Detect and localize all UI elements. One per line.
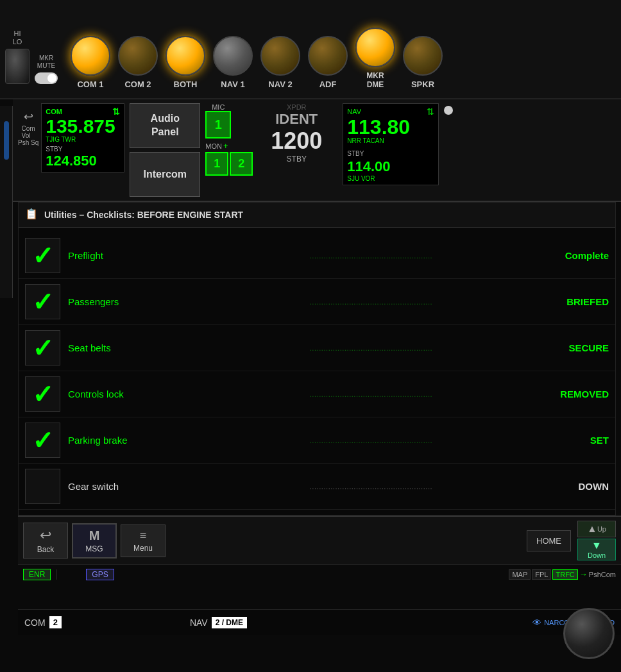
spkr-button[interactable] xyxy=(403,36,443,76)
home-button[interactable]: HOME xyxy=(527,530,571,551)
psh-sq-label: Psh Sq xyxy=(18,139,38,146)
com-vol-label: Com Vol xyxy=(22,125,35,139)
up-button[interactable]: ▲ Up xyxy=(577,521,616,537)
up-arrow-icon: ▲ xyxy=(587,523,597,535)
check-box-1[interactable]: ✓ xyxy=(25,238,60,273)
hi-lo-label: HI LO xyxy=(13,29,22,46)
status-bar: ENR GPS MAP FPL TRFC → PshCom xyxy=(18,564,621,584)
nav-main-freq[interactable]: 113.80 xyxy=(347,117,434,137)
right-status-items: MAP FPL TRFC → PshCom xyxy=(509,569,616,580)
com-label: COM xyxy=(46,108,62,115)
trfc-label[interactable]: TRFC xyxy=(552,569,577,580)
checklist-dots-2: ........................................… xyxy=(310,297,552,307)
checklist-title: Utilities – Checklists: BEFORE ENGINE ST… xyxy=(44,210,243,220)
mon-plus: + xyxy=(223,141,228,151)
scroll-indicator xyxy=(4,121,9,160)
nav-stby-freq[interactable]: 114.00 xyxy=(347,158,434,175)
com-freq-box: COM ⇅ 135.875 TJIG TWR STBY 124.850 xyxy=(41,103,124,172)
check-box-5[interactable]: ✓ xyxy=(25,423,60,458)
com-bottom-section: COM 2 xyxy=(24,616,62,628)
checklist-item-label-3: Seat belts xyxy=(68,342,310,353)
adf-button[interactable] xyxy=(308,36,348,76)
mic-mon-container: MIC 1 MON + 1 2 xyxy=(205,103,253,197)
mon1-button[interactable]: 1 xyxy=(205,152,228,176)
check-box-3[interactable]: ✓ xyxy=(25,330,60,365)
checklist-item[interactable]: ✓ Passengers ...........................… xyxy=(19,279,615,325)
audio-intercom-section: Audio Panel Intercom xyxy=(130,103,200,197)
checklist-item[interactable]: ✓ Seat belts ...........................… xyxy=(19,325,615,371)
checklist-value-6: DOWN xyxy=(551,481,609,492)
checklist-item[interactable]: ✓ Preflight ............................… xyxy=(19,233,615,279)
checklist-item-label-6: Gear switch xyxy=(68,481,310,492)
intercom-button[interactable]: Intercom xyxy=(130,152,200,197)
back-icon: ↩ xyxy=(40,527,51,544)
hi-lo-dial[interactable] xyxy=(5,49,30,84)
down-arrow-icon: ▼ xyxy=(591,540,602,551)
checklist-value-5: SET xyxy=(551,435,609,446)
adf-label: ADF xyxy=(319,80,337,89)
nav2-button-group: NAV 2 xyxy=(260,36,300,89)
check-box-4[interactable]: ✓ xyxy=(25,376,60,412)
audio-panel-button[interactable]: Audio Panel xyxy=(130,103,200,148)
checklist-list: ✓ Preflight ............................… xyxy=(19,228,615,515)
check-mark-4: ✓ xyxy=(32,382,54,407)
com-main-sub-label: TJIG TWR xyxy=(46,136,120,143)
mon-label: MON xyxy=(205,142,222,150)
checklist-item[interactable]: ✓ Parking brake ........................… xyxy=(19,417,615,464)
enr-status: ENR xyxy=(23,569,51,580)
mkr-mute-toggle[interactable] xyxy=(35,72,58,84)
xpdr-code[interactable]: 1200 xyxy=(271,128,322,155)
fpl-label[interactable]: FPL xyxy=(532,569,551,580)
back-arrow-icon: ↩ xyxy=(24,110,33,124)
checklist-title-prefix: Utilities – Checklists: xyxy=(44,210,137,220)
nav-bottom-section: NAV 2 / DME xyxy=(190,617,247,628)
side-scroll xyxy=(0,106,13,298)
adf-button-group: ADF xyxy=(308,36,348,89)
down-button[interactable]: ▼ Down xyxy=(577,539,616,560)
nav-label-top: NAV xyxy=(347,108,361,115)
com2-label: COM 2 xyxy=(124,80,151,89)
checklist-value-2: BRIEFED xyxy=(551,296,609,307)
map-label[interactable]: MAP xyxy=(509,569,531,580)
com-stby-label: STBY xyxy=(46,146,62,153)
com2-button[interactable] xyxy=(118,36,158,76)
checklist-dots-4: ........................................… xyxy=(310,389,552,399)
right-knob[interactable] xyxy=(563,608,615,659)
mic-button[interactable]: 1 xyxy=(205,111,231,139)
up-label: Up xyxy=(597,525,606,533)
mkrdme-button[interactable] xyxy=(355,28,395,67)
check-mark-3: ✓ xyxy=(32,335,54,361)
nav2-button[interactable] xyxy=(260,36,300,76)
checklist-item[interactable]: ✓ Controls lock ........................… xyxy=(19,371,615,417)
back-button[interactable]: ↩ Back xyxy=(23,523,68,559)
com-main-freq[interactable]: 135.875 xyxy=(46,117,120,136)
checklist-item[interactable]: Gear switch ............................… xyxy=(19,464,615,510)
right-knob-area xyxy=(563,608,615,659)
msg-button[interactable]: M MSG xyxy=(72,523,117,559)
nav-freq-box: NAV ⇅ 113.80 NRR TACAN STBY 114.00 SJU V… xyxy=(343,103,439,185)
mic-label: MIC xyxy=(212,103,225,111)
check-box-2[interactable]: ✓ xyxy=(25,284,60,319)
mon2-button[interactable]: 2 xyxy=(230,152,253,176)
nav1-button[interactable] xyxy=(213,36,253,76)
psh-com-label: PshCom xyxy=(589,571,616,578)
xpdr-label: XPDR xyxy=(287,103,307,111)
white-dot-indicator xyxy=(444,106,453,115)
com1-button[interactable] xyxy=(71,36,110,76)
hi-lo-section: HI LO xyxy=(5,29,30,84)
menu-label: Menu xyxy=(133,544,153,553)
nav2-label: NAV 2 xyxy=(268,80,292,89)
com-stby-freq[interactable]: 124.850 xyxy=(46,153,120,169)
ident-label[interactable]: IDENT xyxy=(275,111,318,128)
checklist-dots-5: ........................................… xyxy=(310,435,552,445)
checklist-header: 📋 Utilities – Checklists: BEFORE ENGINE … xyxy=(19,203,615,228)
nav-arrows: ▲ Up ▼ Down xyxy=(577,521,616,560)
checklist-item-label-2: Passengers xyxy=(68,296,310,307)
nav1-label: NAV 1 xyxy=(221,80,244,89)
checklist-area: 📋 Utilities – Checklists: BEFORE ENGINE … xyxy=(18,202,616,516)
xpdr-section: XPDR IDENT 1200 STBY xyxy=(258,103,335,197)
check-box-6[interactable] xyxy=(25,469,60,504)
both-button[interactable] xyxy=(166,36,205,76)
menu-button[interactable]: ≡ Menu xyxy=(121,525,166,557)
checklist-icon: 📋 xyxy=(25,208,39,222)
